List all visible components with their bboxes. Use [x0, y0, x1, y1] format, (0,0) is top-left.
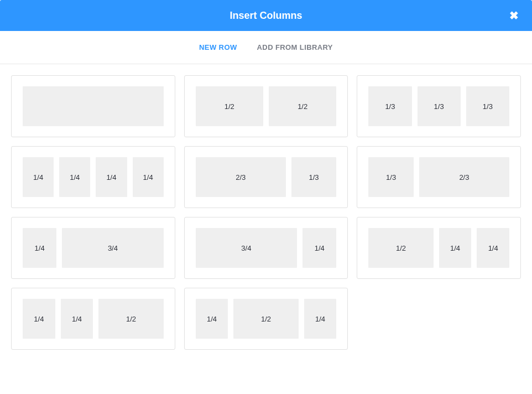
tab-new-row[interactable]: NEW ROW: [199, 43, 237, 51]
layout-col: 1/4: [196, 299, 228, 339]
tabs: NEW ROW ADD FROM LIBRARY: [0, 31, 532, 64]
layout-col: 1/4: [439, 228, 472, 268]
layout-option-0[interactable]: [11, 75, 175, 137]
layout-col: 2/3: [196, 157, 286, 197]
layout-option-6[interactable]: 1/43/4: [11, 217, 175, 279]
layouts-grid: 1/21/21/31/31/31/41/41/41/42/31/31/32/31…: [0, 64, 532, 361]
layout-col: [23, 86, 164, 126]
layout-option-1[interactable]: 1/21/2: [184, 75, 348, 137]
layout-option-10[interactable]: 1/41/21/4: [184, 288, 348, 350]
tab-add-from-library[interactable]: ADD FROM LIBRARY: [257, 43, 333, 51]
layout-col: 1/2: [196, 86, 263, 126]
layout-col: 1/4: [61, 299, 93, 339]
layout-col: 1/4: [59, 157, 90, 197]
layout-col: 1/2: [233, 299, 298, 339]
layout-option-4[interactable]: 2/31/3: [184, 146, 348, 208]
layout-col: 1/4: [23, 157, 54, 197]
layout-col: 1/4: [304, 299, 337, 339]
layout-col: 1/3: [368, 157, 414, 197]
layout-col: 1/4: [477, 228, 509, 268]
layout-col: 1/3: [466, 86, 509, 126]
layout-col: 1/4: [302, 228, 336, 268]
close-icon[interactable]: ✖: [509, 9, 519, 22]
layout-option-7[interactable]: 3/41/4: [184, 217, 348, 279]
layout-option-9[interactable]: 1/41/41/2: [11, 288, 175, 350]
layout-col: 3/4: [62, 228, 164, 268]
layout-col: 1/4: [96, 157, 127, 197]
layout-col: 1/3: [418, 86, 461, 126]
modal-header: Insert Columns ✖: [0, 0, 532, 31]
layout-col: 1/4: [133, 157, 164, 197]
layout-col: 1/4: [23, 228, 56, 268]
modal-title: Insert Columns: [230, 10, 302, 22]
layout-col: 1/3: [368, 86, 411, 126]
layout-option-2[interactable]: 1/31/31/3: [357, 75, 521, 137]
layout-option-5[interactable]: 1/32/3: [357, 146, 521, 208]
layout-col: 2/3: [419, 157, 509, 197]
layout-col: 1/3: [291, 157, 337, 197]
layout-col: 1/2: [368, 228, 433, 268]
layout-col: 3/4: [196, 228, 298, 268]
layout-col: 1/4: [23, 299, 55, 339]
layout-option-3[interactable]: 1/41/41/41/4: [11, 146, 175, 208]
layout-col: 1/2: [98, 299, 163, 339]
layout-col: 1/2: [269, 86, 336, 126]
layout-option-8[interactable]: 1/21/41/4: [357, 217, 521, 279]
